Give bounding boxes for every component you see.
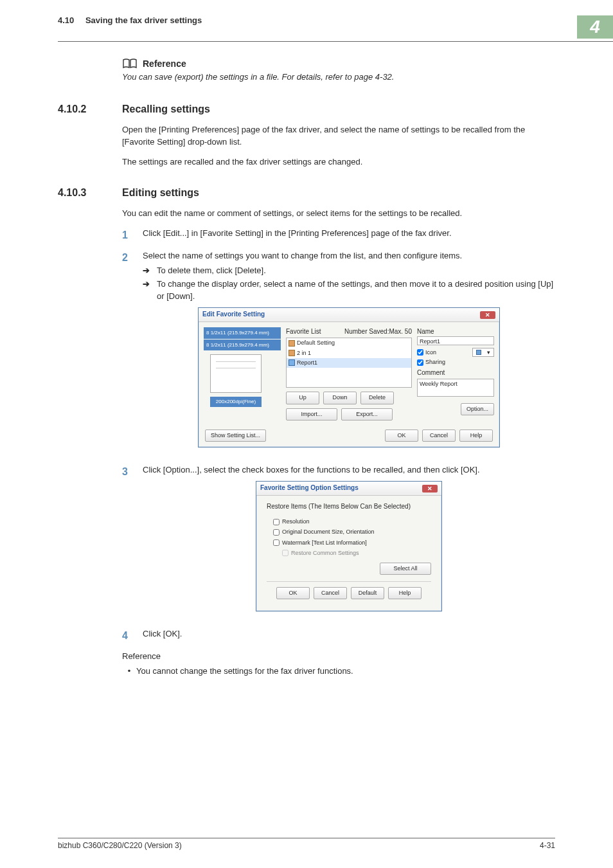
list-button-row-2: Import... Export... xyxy=(286,408,412,420)
footer-right: 4-31 xyxy=(540,841,555,850)
ok-button[interactable]: OK xyxy=(276,587,310,599)
list-item[interactable]: Default Setting xyxy=(287,338,411,348)
paragraph: The settings are recalled and the fax dr… xyxy=(122,156,555,168)
step-text: Select the name of settings you want to … xyxy=(143,251,462,260)
watermark-checkbox[interactable] xyxy=(273,539,280,546)
arrow-icon: ➔ xyxy=(143,278,157,291)
default-button[interactable]: Default xyxy=(351,587,384,599)
icon-checkbox-row[interactable]: Icon ▾ xyxy=(417,348,494,357)
show-setting-list-button[interactable]: Show Setting List... xyxy=(205,429,266,442)
up-button[interactable]: Up xyxy=(286,392,319,404)
favorite-list[interactable]: Default Setting 2 in 1 Report1 xyxy=(286,338,412,388)
name-field[interactable]: Report1 xyxy=(417,336,494,345)
preview-page-icon xyxy=(210,354,262,393)
option-button[interactable]: Option... xyxy=(461,403,494,415)
step-number: 3 xyxy=(122,464,143,620)
paragraph: You can edit the name or comment of sett… xyxy=(122,208,555,220)
page-header: 4.10 Saving the fax driver settings 4 xyxy=(0,15,613,39)
help-button[interactable]: Help xyxy=(459,429,493,442)
step-number: 1 xyxy=(122,228,143,242)
section-title: Saving the fax driver settings xyxy=(85,15,202,25)
setting-icon xyxy=(289,340,295,347)
comment-field[interactable]: Weekly Report xyxy=(417,379,494,397)
import-button[interactable]: Import... xyxy=(286,408,337,420)
dialog-title: Favorite Setting Option Settings xyxy=(260,484,359,493)
close-icon[interactable]: ✕ xyxy=(422,485,438,493)
checkbox-label: Resolution xyxy=(282,518,310,526)
sub-item: ➔ To change the display order, select a … xyxy=(143,278,555,303)
bullet-list: • You cannot change the settings for the… xyxy=(122,665,555,678)
list-item-label: 2 in 1 xyxy=(297,349,311,357)
watermark-checkbox-row[interactable]: Watermark [Text List Information] xyxy=(273,539,431,547)
help-button[interactable]: Help xyxy=(388,587,422,599)
heading-title: Editing settings xyxy=(122,185,199,200)
content: Reference You can save (export) the sett… xyxy=(0,42,613,678)
select-all-button[interactable]: Select All xyxy=(380,563,431,575)
icon-checkbox[interactable] xyxy=(417,349,423,356)
cancel-button[interactable]: Cancel xyxy=(314,587,347,599)
bullet-text: You cannot change the settings for the f… xyxy=(136,665,353,678)
list-item-label: Default Setting xyxy=(297,339,335,347)
resolution-checkbox[interactable] xyxy=(273,519,280,525)
favorite-list-count: Number Saved:Max. 50 xyxy=(344,327,412,337)
list-item-selected[interactable]: Report1 xyxy=(287,358,411,368)
step-body: Select the name of settings you want to … xyxy=(143,250,555,457)
heading-title: Recalling settings xyxy=(122,102,210,116)
sub-text: To change the display order, select a na… xyxy=(157,278,555,303)
export-button[interactable]: Export... xyxy=(341,408,393,420)
name-label: Name xyxy=(417,327,494,337)
cancel-button[interactable]: Cancel xyxy=(422,429,456,442)
step-2: 2 Select the name of settings you want t… xyxy=(122,250,555,457)
favorite-list-header: Favorite List Number Saved:Max. 50 xyxy=(286,327,412,337)
list-button-row-1: Up Down Delete xyxy=(286,392,412,404)
orientation-checkbox-row[interactable]: Original Document Size, Orientation xyxy=(273,528,431,536)
preview-size-bottom: 8 1/2x11 (215.9x279.4 mm) xyxy=(204,339,281,351)
setting-icon xyxy=(289,350,295,356)
heading-recalling-settings: 4.10.2 Recalling settings xyxy=(58,102,555,116)
list-item-label: Report1 xyxy=(297,359,317,367)
dialog-body: 8 1/2x11 (215.9x279.4 mm) 8 1/2x11 (215.… xyxy=(199,322,499,426)
edit-favorite-setting-dialog: Edit Favorite Setting ✕ 8 1/2x11 (215.9x… xyxy=(198,307,500,447)
orientation-checkbox[interactable] xyxy=(273,529,280,536)
dialog-footer: Show Setting List... OK Cancel Help xyxy=(199,429,499,442)
step-number: 4 xyxy=(122,628,143,643)
book-icon xyxy=(122,58,139,69)
setting-icon xyxy=(289,359,295,366)
close-icon[interactable]: ✕ xyxy=(480,311,495,319)
step-text: Click [Option...], select the check boxe… xyxy=(143,465,480,475)
checkbox-label: Watermark [Text List Information] xyxy=(282,539,367,547)
step-body: Click [OK]. xyxy=(143,628,555,643)
dialog-title: Edit Favorite Setting xyxy=(202,310,265,320)
preview-resolution: 200x200dpi(Fine) xyxy=(210,397,262,407)
comment-label: Comment xyxy=(417,368,494,378)
reference-label-plain: Reference xyxy=(122,651,555,663)
checkbox-label: Original Document Size, Orientation xyxy=(282,528,375,536)
footer-left: bizhub C360/C280/C220 (Version 3) xyxy=(58,841,182,850)
reference-body: You can save (export) the settings in a … xyxy=(122,71,555,84)
sharing-checkbox-row[interactable]: Sharing xyxy=(417,358,494,366)
chapter-badge: 4 xyxy=(576,15,613,39)
sharing-checkbox-label: Sharing xyxy=(425,358,445,366)
dialog-body: Restore Items (The Items Below Can Be Se… xyxy=(256,496,441,606)
sub-list: ➔ To delete them, click [Delete]. ➔ To c… xyxy=(143,265,555,303)
down-button[interactable]: Down xyxy=(323,392,357,404)
favorite-list-pane: Favorite List Number Saved:Max. 50 Defau… xyxy=(286,327,412,420)
delete-button[interactable]: Delete xyxy=(360,392,394,404)
reference-label: Reference xyxy=(143,57,186,70)
reference-heading: Reference xyxy=(122,57,555,70)
resolution-checkbox-row[interactable]: Resolution xyxy=(273,518,431,526)
header-title: 4.10 Saving the fax driver settings xyxy=(58,15,202,39)
ok-button[interactable]: OK xyxy=(385,429,418,442)
page-footer: bizhub C360/C280/C220 (Version 3) 4-31 xyxy=(58,838,555,850)
icon-checkbox-label: Icon xyxy=(425,348,436,357)
dialog-titlebar: Favorite Setting Option Settings ✕ xyxy=(256,482,441,496)
sharing-checkbox[interactable] xyxy=(417,359,423,366)
list-item[interactable]: 2 in 1 xyxy=(287,348,411,358)
icon-picker[interactable]: ▾ xyxy=(472,348,494,357)
heading-number: 4.10.2 xyxy=(58,102,122,116)
sub-item: ➔ To delete them, click [Delete]. xyxy=(143,265,555,277)
checkbox-label: Restore Common Settings xyxy=(291,549,359,557)
heading-editing-settings: 4.10.3 Editing settings xyxy=(58,185,555,200)
favorite-list-label: Favorite List xyxy=(286,327,321,337)
reference-block: Reference You can save (export) the sett… xyxy=(122,57,555,84)
